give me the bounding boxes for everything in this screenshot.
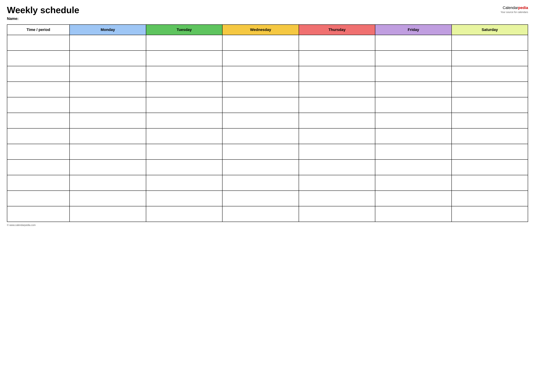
schedule-cell[interactable] bbox=[452, 128, 528, 144]
schedule-cell[interactable] bbox=[452, 66, 528, 82]
table-row bbox=[7, 51, 528, 66]
time-cell[interactable] bbox=[7, 97, 70, 113]
table-row bbox=[7, 66, 528, 82]
schedule-cell[interactable] bbox=[146, 66, 222, 82]
schedule-cell[interactable] bbox=[375, 128, 452, 144]
schedule-cell[interactable] bbox=[222, 97, 299, 113]
schedule-cell[interactable] bbox=[299, 144, 375, 159]
schedule-cell[interactable] bbox=[146, 206, 222, 222]
schedule-cell[interactable] bbox=[146, 82, 222, 97]
time-cell[interactable] bbox=[7, 144, 70, 159]
schedule-cell[interactable] bbox=[70, 51, 146, 66]
table-row bbox=[7, 144, 528, 159]
schedule-cell[interactable] bbox=[375, 113, 452, 128]
schedule-cell[interactable] bbox=[146, 51, 222, 66]
schedule-cell[interactable] bbox=[70, 175, 146, 191]
schedule-cell[interactable] bbox=[375, 82, 452, 97]
schedule-cell[interactable] bbox=[299, 113, 375, 128]
schedule-cell[interactable] bbox=[452, 206, 528, 222]
schedule-cell[interactable] bbox=[222, 191, 299, 206]
schedule-cell[interactable] bbox=[452, 82, 528, 97]
schedule-cell[interactable] bbox=[222, 66, 299, 82]
schedule-cell[interactable] bbox=[222, 35, 299, 51]
schedule-cell[interactable] bbox=[70, 144, 146, 159]
schedule-cell[interactable] bbox=[146, 97, 222, 113]
schedule-cell[interactable] bbox=[375, 66, 452, 82]
schedule-cell[interactable] bbox=[146, 191, 222, 206]
schedule-cell[interactable] bbox=[299, 82, 375, 97]
schedule-cell[interactable] bbox=[299, 191, 375, 206]
schedule-cell[interactable] bbox=[70, 128, 146, 144]
schedule-cell[interactable] bbox=[375, 35, 452, 51]
schedule-cell[interactable] bbox=[299, 97, 375, 113]
schedule-cell[interactable] bbox=[222, 175, 299, 191]
schedule-cell[interactable] bbox=[146, 144, 222, 159]
logo-pedia-text: pedia bbox=[518, 5, 528, 10]
schedule-cell[interactable] bbox=[375, 97, 452, 113]
schedule-cell[interactable] bbox=[70, 113, 146, 128]
schedule-cell[interactable] bbox=[222, 113, 299, 128]
time-cell[interactable] bbox=[7, 66, 70, 82]
schedule-cell[interactable] bbox=[299, 51, 375, 66]
main-title: Weekly schedule bbox=[7, 5, 79, 15]
table-row bbox=[7, 175, 528, 191]
schedule-cell[interactable] bbox=[222, 144, 299, 159]
schedule-cell[interactable] bbox=[146, 159, 222, 175]
table-row bbox=[7, 159, 528, 175]
schedule-cell[interactable] bbox=[222, 82, 299, 97]
schedule-cell[interactable] bbox=[299, 128, 375, 144]
schedule-cell[interactable] bbox=[375, 206, 452, 222]
time-cell[interactable] bbox=[7, 159, 70, 175]
schedule-cell[interactable] bbox=[375, 159, 452, 175]
schedule-cell[interactable] bbox=[452, 175, 528, 191]
schedule-cell[interactable] bbox=[222, 159, 299, 175]
schedule-cell[interactable] bbox=[299, 206, 375, 222]
time-cell[interactable] bbox=[7, 191, 70, 206]
schedule-cell[interactable] bbox=[70, 66, 146, 82]
logo-text: Calendarpedia bbox=[501, 5, 528, 10]
logo-area: Calendarpedia Your source for calendars bbox=[501, 5, 528, 14]
table-row bbox=[7, 191, 528, 206]
schedule-cell[interactable] bbox=[70, 97, 146, 113]
schedule-cell[interactable] bbox=[452, 97, 528, 113]
time-cell[interactable] bbox=[7, 113, 70, 128]
footer-url: © www.calendarpedia.com bbox=[7, 224, 36, 226]
schedule-cell[interactable] bbox=[146, 113, 222, 128]
schedule-cell[interactable] bbox=[222, 51, 299, 66]
schedule-cell[interactable] bbox=[70, 159, 146, 175]
header-row: Time / period Monday Tuesday Wednesday T… bbox=[7, 25, 528, 35]
schedule-cell[interactable] bbox=[452, 191, 528, 206]
schedule-cell[interactable] bbox=[222, 206, 299, 222]
schedule-cell[interactable] bbox=[375, 51, 452, 66]
schedule-cell[interactable] bbox=[146, 128, 222, 144]
schedule-cell[interactable] bbox=[299, 66, 375, 82]
time-cell[interactable] bbox=[7, 51, 70, 66]
table-row bbox=[7, 82, 528, 97]
time-cell[interactable] bbox=[7, 35, 70, 51]
schedule-cell[interactable] bbox=[70, 206, 146, 222]
schedule-cell[interactable] bbox=[70, 191, 146, 206]
schedule-cell[interactable] bbox=[70, 35, 146, 51]
schedule-cell[interactable] bbox=[222, 128, 299, 144]
schedule-cell[interactable] bbox=[299, 35, 375, 51]
schedule-cell[interactable] bbox=[452, 35, 528, 51]
schedule-cell[interactable] bbox=[452, 159, 528, 175]
schedule-cell[interactable] bbox=[452, 51, 528, 66]
schedule-cell[interactable] bbox=[146, 175, 222, 191]
schedule-cell[interactable] bbox=[452, 113, 528, 128]
schedule-cell[interactable] bbox=[375, 191, 452, 206]
schedule-cell[interactable] bbox=[375, 175, 452, 191]
schedule-cell[interactable] bbox=[452, 144, 528, 159]
time-cell[interactable] bbox=[7, 82, 70, 97]
name-label: Name: bbox=[7, 16, 79, 21]
schedule-cell[interactable] bbox=[375, 144, 452, 159]
schedule-cell[interactable] bbox=[70, 82, 146, 97]
time-cell[interactable] bbox=[7, 206, 70, 222]
header-wednesday: Wednesday bbox=[222, 25, 299, 35]
schedule-cell[interactable] bbox=[299, 175, 375, 191]
time-cell[interactable] bbox=[7, 128, 70, 144]
schedule-cell[interactable] bbox=[146, 35, 222, 51]
header-monday: Monday bbox=[70, 25, 146, 35]
time-cell[interactable] bbox=[7, 175, 70, 191]
schedule-cell[interactable] bbox=[299, 159, 375, 175]
